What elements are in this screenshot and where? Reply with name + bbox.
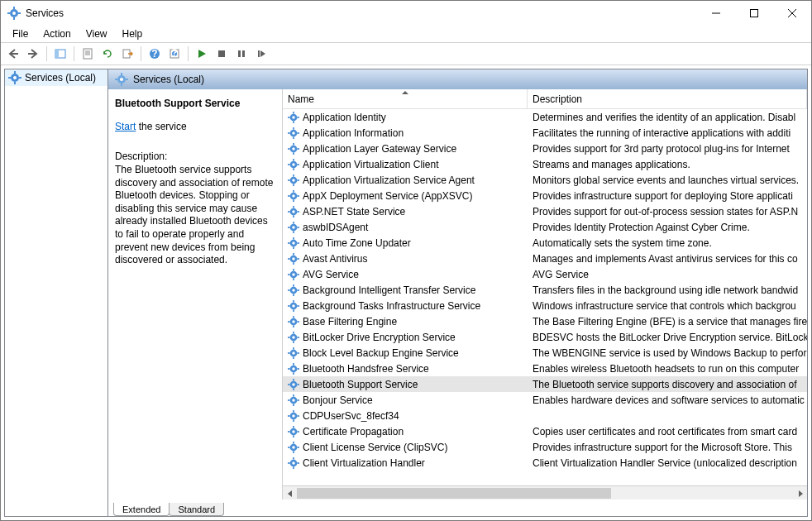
service-name-cell: Auto Time Zone Updater [283, 237, 528, 249]
svg-rect-142 [288, 368, 290, 370]
service-name-cell: ASP.NET State Service [283, 206, 528, 217]
service-row[interactable]: Bonjour ServiceEnables hardware devices … [283, 392, 807, 408]
service-row[interactable]: AVG ServiceAVG Service [283, 266, 807, 282]
service-row[interactable]: Bluetooth Support ServiceThe Bluetooth s… [283, 376, 807, 392]
service-row[interactable]: CDPUserSvc_8fecf34 [283, 408, 807, 423]
service-row[interactable]: Auto Time Zone UpdaterAutomatically sets… [283, 235, 807, 251]
horizontal-scrollbar[interactable] [283, 485, 807, 499]
service-name-cell: Bluetooth Support Service [283, 379, 528, 390]
service-desc-cell: AVG Service [528, 269, 807, 280]
description-text: The Bluetooth service supports discovery… [115, 164, 275, 267]
service-row[interactable]: Application Layer Gateway ServiceProvide… [283, 141, 807, 156]
tab-standard[interactable]: Standard [169, 503, 224, 516]
svg-point-139 [292, 367, 295, 370]
svg-rect-14 [84, 49, 92, 59]
service-row[interactable]: ASP.NET State ServiceProvides support fo… [283, 203, 807, 219]
maximize-button[interactable] [735, 1, 773, 26]
menu-file[interactable]: File [6, 26, 35, 41]
tab-extended[interactable]: Extended [113, 503, 170, 516]
nav-services-local[interactable]: Services (Local) [5, 69, 107, 86]
services-icon [8, 71, 21, 84]
service-row[interactable]: Application InformationFacilitates the r… [283, 125, 807, 141]
pause-service-button[interactable] [232, 45, 251, 63]
svg-rect-140 [293, 363, 294, 366]
service-desc-cell: Monitors global service events and launc… [528, 174, 807, 186]
svg-rect-154 [288, 399, 290, 401]
svg-rect-172 [288, 447, 290, 448]
service-row[interactable]: Client License Service (ClipSVC)Provides… [283, 439, 807, 455]
service-row[interactable]: Bluetooth Handsfree ServiceEnables wirel… [283, 361, 807, 376]
svg-rect-89 [297, 227, 299, 228]
svg-rect-86 [293, 222, 294, 224]
stop-service-button[interactable] [213, 45, 231, 63]
svg-rect-158 [293, 410, 294, 413]
scroll-right-button[interactable] [793, 486, 807, 499]
service-desc-cell: Enables hardware devices and software se… [528, 394, 807, 406]
service-name-cell: Bonjour Service [283, 394, 528, 406]
help-button[interactable]: ? [146, 45, 164, 63]
help-topics-button[interactable]: ? [165, 45, 184, 63]
menu-action[interactable]: Action [36, 26, 77, 41]
app-icon [7, 7, 21, 20]
svg-point-67 [292, 179, 295, 182]
svg-point-31 [13, 76, 17, 79]
svg-rect-179 [297, 462, 299, 464]
svg-rect-153 [293, 404, 294, 406]
svg-rect-159 [293, 419, 294, 422]
service-name-cell: Client Virtualization Handler [283, 457, 528, 469]
minimize-button[interactable] [697, 1, 735, 26]
start-service-link[interactable]: Start [115, 121, 136, 132]
column-name[interactable]: Name [283, 89, 528, 108]
svg-rect-40 [115, 79, 117, 80]
service-row[interactable]: Client Virtualization HandlerClient Virt… [283, 455, 807, 471]
service-desc-cell: Copies user certificates and root certif… [528, 426, 807, 437]
menu-view[interactable]: View [79, 26, 114, 41]
svg-rect-25 [218, 50, 225, 57]
service-row[interactable]: Avast AntivirusManages and implements Av… [283, 251, 807, 266]
svg-marker-24 [198, 50, 206, 58]
service-row[interactable]: Certificate PropagationCopies user certi… [283, 423, 807, 439]
svg-rect-113 [297, 289, 299, 291]
refresh-button[interactable] [98, 45, 117, 63]
start-service-button[interactable] [193, 45, 211, 63]
nav-tree[interactable]: Services (Local) [4, 69, 108, 517]
svg-rect-41 [126, 79, 128, 80]
back-button[interactable] [4, 45, 22, 63]
svg-rect-33 [14, 82, 16, 84]
service-row[interactable]: Application IdentityDetermines and verif… [283, 109, 807, 125]
service-row[interactable]: BitLocker Drive Encryption ServiceBDESVC… [283, 329, 807, 345]
scroll-thumb[interactable] [297, 488, 611, 499]
close-button[interactable] [773, 1, 811, 26]
service-row[interactable]: Block Level Backup Engine ServiceThe WBE… [283, 345, 807, 361]
service-row[interactable]: aswbIDSAgentProvides Identity Protection… [283, 219, 807, 235]
svg-rect-74 [293, 190, 294, 193]
show-hide-tree-button[interactable] [51, 45, 69, 63]
svg-rect-98 [293, 253, 294, 256]
column-description[interactable]: Description [528, 89, 807, 108]
svg-rect-5 [18, 12, 21, 14]
svg-rect-57 [293, 152, 294, 155]
svg-point-157 [292, 414, 295, 418]
svg-rect-123 [293, 325, 294, 327]
svg-rect-44 [293, 112, 294, 114]
service-desc-cell: Provides support for out-of-process sess… [528, 206, 807, 217]
service-row[interactable]: Base Filtering EngineThe Base Filtering … [283, 313, 807, 329]
menu-help[interactable]: Help [116, 26, 150, 41]
scroll-left-button[interactable] [283, 486, 297, 499]
list-body[interactable]: Application IdentityDetermines and verif… [283, 109, 807, 485]
svg-rect-112 [288, 289, 290, 291]
svg-rect-125 [297, 321, 299, 323]
service-row[interactable]: Background Tasks Infrastructure ServiceW… [283, 298, 807, 313]
list-header: Name Description [283, 89, 807, 109]
export-list-button[interactable] [118, 45, 136, 63]
restart-service-button[interactable] [252, 45, 270, 63]
service-desc-cell: BDESVC hosts the BitLocker Drive Encrypt… [528, 332, 807, 343]
svg-rect-136 [288, 352, 290, 354]
svg-rect-69 [293, 184, 294, 186]
service-row[interactable]: Application Virtualization Service Agent… [283, 172, 807, 188]
forward-button[interactable] [24, 45, 42, 63]
service-row[interactable]: AppX Deployment Service (AppXSVC)Provide… [283, 188, 807, 203]
service-row[interactable]: Background Intelligent Transfer ServiceT… [283, 282, 807, 298]
service-row[interactable]: Application Virtualization ClientStreams… [283, 156, 807, 172]
properties-button[interactable] [79, 45, 97, 63]
